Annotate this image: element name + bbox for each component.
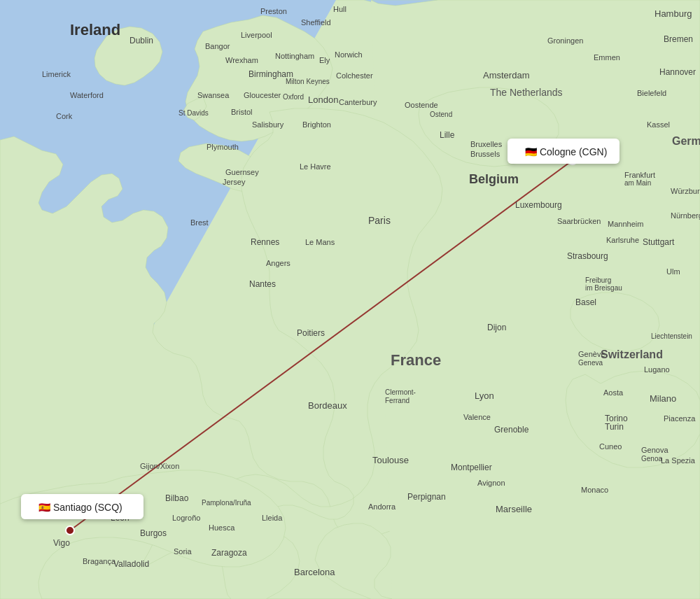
label-freiburg2: im Breisgau	[585, 284, 622, 292]
label-lemans: Le Mans	[305, 238, 335, 246]
label-hannover: Hannover	[659, 67, 696, 77]
label-brussels: Brussels	[470, 150, 500, 158]
label-nurnberg: Nürnberg	[671, 211, 700, 220]
label-lleida: Lleida	[262, 514, 283, 522]
label-marseille: Marseille	[496, 504, 532, 514]
label-luxembourg: Luxembourg	[515, 200, 562, 210]
label-brest: Brest	[190, 218, 209, 227]
label-bangor: Bangor	[205, 42, 230, 50]
label-salisbury: Salisbury	[252, 120, 284, 129]
label-wurzburg: Würzburg	[671, 187, 700, 195]
label-vigo: Vigo	[53, 538, 70, 548]
label-sheffield: Sheffield	[301, 18, 331, 27]
label-braganca: Bragança	[83, 557, 116, 565]
label-basel: Basel	[575, 297, 596, 307]
cgn-label-text: 🇩🇪 Cologne (CGN)	[525, 146, 607, 158]
label-milano: Milano	[650, 393, 676, 404]
label-liverpool: Liverpool	[241, 31, 272, 39]
label-rennes: Rennes	[251, 237, 279, 247]
label-norwich: Norwich	[335, 50, 363, 59]
label-aosta: Aosta	[603, 388, 624, 397]
label-geneva: Geneva	[578, 359, 603, 367]
label-saarbrucken: Saarbrücken	[557, 217, 601, 225]
label-zaragoza: Zaragoza	[211, 548, 247, 558]
label-mannheim: Mannheim	[608, 220, 643, 228]
label-lyon: Lyon	[475, 390, 494, 401]
scq-label-text: 🇪🇸 Santiago (SCQ)	[38, 502, 122, 514]
label-swansea: Swansea	[197, 91, 230, 99]
scq-airport-dot	[66, 526, 74, 535]
label-freiburg: Freiburg	[585, 276, 611, 284]
label-bilbao: Bilbao	[165, 493, 189, 503]
label-ulm: Ulm	[666, 267, 680, 276]
label-cork: Cork	[56, 112, 73, 120]
label-toulouse: Toulouse	[372, 455, 409, 465]
label-gijon: Gijon/Xixon	[140, 462, 179, 470]
label-dijon: Dijon	[487, 323, 506, 332]
label-clermontferrand: Clermont-	[385, 388, 416, 396]
label-jersey: Jersey	[223, 178, 246, 186]
label-hull: Hull	[333, 5, 346, 13]
label-oostende: Oostende	[405, 101, 438, 109]
label-valladolid: Valladolid	[113, 559, 149, 569]
label-geneve: Genève	[578, 350, 606, 358]
label-piacenza: Piacenza	[664, 414, 696, 423]
label-barcelona: Barcelona	[294, 567, 335, 577]
label-ely: Ely	[319, 56, 330, 64]
label-huesca: Huesca	[209, 523, 235, 532]
label-limerick: Limerick	[42, 70, 71, 78]
label-frankfurt2: am Main	[624, 179, 651, 187]
label-lille: Lille	[440, 130, 455, 140]
label-laspezia: La Spezia	[661, 456, 696, 465]
label-gloucester: Gloucester	[244, 91, 281, 99]
label-cuneo: Cuneo	[599, 442, 622, 451]
label-bristol: Bristol	[231, 108, 253, 116]
label-soria: Soria	[174, 547, 192, 556]
label-groningen: Groningen	[547, 36, 583, 45]
label-burgos: Burgos	[140, 528, 167, 538]
label-waterford: Waterford	[70, 91, 104, 99]
map-container: Ireland Preston Sheffield Hull Hamburg B…	[0, 0, 700, 599]
label-karlsruhe: Karlsruhe	[606, 236, 639, 244]
label-ireland: Ireland	[70, 21, 120, 38]
label-paris: Paris	[368, 215, 391, 226]
label-frankfurt: Frankfurt	[624, 171, 655, 179]
label-nantes: Nantes	[249, 279, 276, 289]
label-bremen: Bremen	[664, 34, 693, 44]
label-strasbourg: Strasbourg	[567, 251, 608, 261]
label-emmen: Emmen	[594, 53, 620, 62]
label-poitiers: Poitiers	[297, 328, 325, 338]
label-turin: Turin	[605, 422, 624, 432]
label-belgium: Belgium	[469, 172, 519, 186]
label-lehavre: Le Havre	[300, 162, 331, 171]
label-netherlands: The Netherlands	[490, 87, 563, 98]
label-avignon: Avignon	[477, 479, 505, 487]
label-oxford: Oxford	[283, 93, 304, 101]
label-logrono: Logroño	[172, 514, 200, 522]
label-genova2: Genoa	[641, 455, 662, 463]
label-switzerland: Switzerland	[601, 348, 663, 360]
label-liechtenstein: Liechtenstein	[651, 332, 692, 340]
label-monaco: Monaco	[581, 486, 608, 494]
label-colchester: Colchester	[336, 71, 373, 80]
label-andorra: Andorra	[368, 502, 396, 511]
label-bielefeld: Bielefeld	[637, 89, 666, 97]
label-grenoble: Grenoble	[494, 425, 529, 435]
label-montpellier: Montpellier	[451, 463, 492, 472]
label-amsterdam: Amsterdam	[483, 70, 529, 80]
label-brighton: Brighton	[302, 120, 331, 129]
label-germany: Germa...	[672, 135, 700, 147]
label-pamplona: Pamplona/Iruña	[202, 499, 251, 507]
label-ostend: Ostend	[430, 111, 452, 118]
label-valence: Valence	[463, 413, 491, 421]
label-nottingham: Nottingham	[275, 52, 314, 60]
label-wrexham: Wrexham	[225, 56, 258, 64]
label-genova: Genova	[641, 446, 668, 454]
label-kassel: Kassel	[647, 120, 670, 129]
label-stuttgart: Stuttgart	[643, 237, 675, 247]
label-lugano: Lugano	[644, 365, 670, 374]
label-perpignan: Perpignan	[407, 492, 446, 502]
label-plymouth: Plymouth	[206, 143, 239, 151]
label-clermontferrand2: Ferrand	[385, 397, 410, 404]
label-miltonkeynes: Milton Keynes	[286, 78, 330, 85]
